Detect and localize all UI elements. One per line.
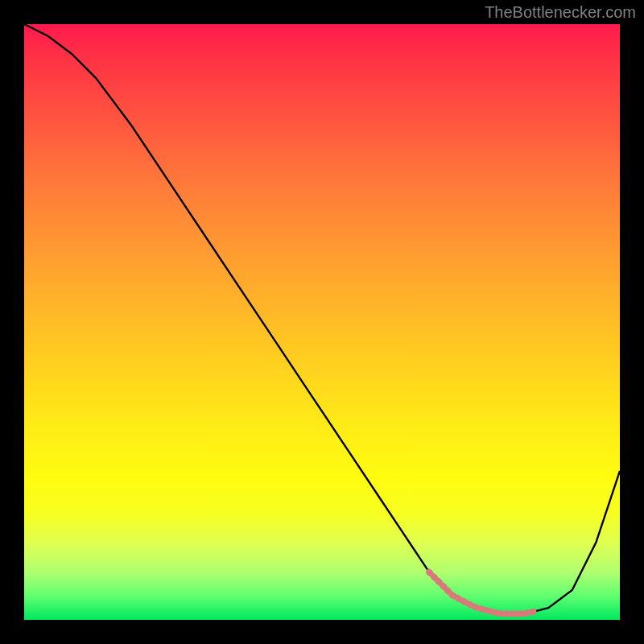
plot-area (24, 24, 620, 620)
chart-svg (24, 24, 620, 620)
watermark-text: TheBottlenecker.com (485, 3, 636, 22)
marker-band (429, 572, 536, 614)
curve-line (24, 24, 620, 614)
